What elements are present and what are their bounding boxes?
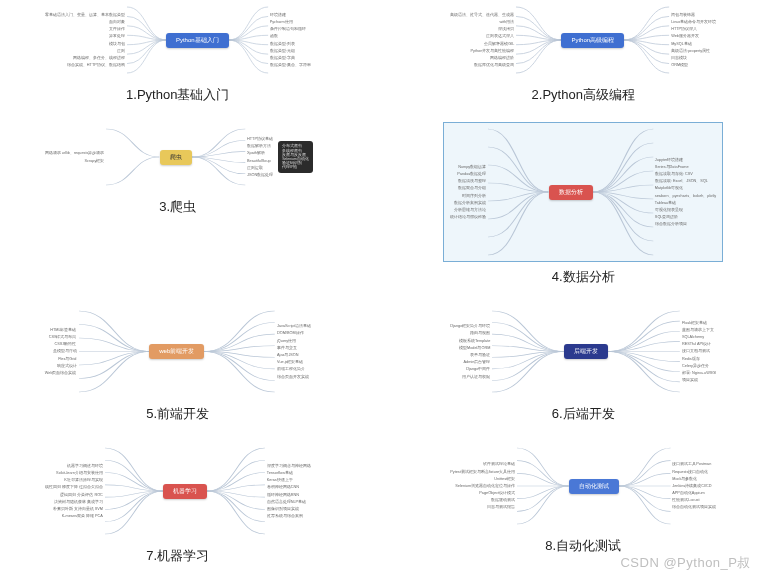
central-topic: 爬虫 — [160, 150, 192, 165]
branch-node: 朴素贝叶斯 支持向量机 SVM — [43, 506, 105, 511]
right-branch-group: Flask框架基础蓝图与请求上下文SQLAlchemyRESTful API设计… — [680, 320, 718, 383]
branch-node: 事件与交互 — [275, 345, 313, 350]
right-branch-group: HTTP协议基础数据解析方法Xpath解析BeautifulSoup正则提取JS… — [245, 136, 275, 177]
branch-node: 零基础语法入门、变量、运算、基本数据类型 — [43, 12, 127, 17]
branch-node: Unittest框架 — [448, 476, 517, 481]
branch-node: 日志与测试报告 — [448, 505, 517, 510]
central-topic: 机器学习 — [163, 484, 207, 499]
branch-node: 闭包与装饰器 — [669, 12, 718, 17]
branch-node: 正则表达式深入 — [448, 34, 516, 39]
branch-node: 数据分析案例实战 — [448, 200, 488, 205]
gallery-item[interactable]: 网络请求 urllib、requests异步请求Scrapy框架爬虫HTTP协议… — [20, 122, 336, 286]
branch-node: Keras快速上手 — [265, 478, 313, 483]
connector-lines — [624, 4, 669, 76]
branch-node: Scikit-learn介绍与安装使用 — [43, 470, 105, 475]
branch-node: 正则 — [43, 48, 127, 53]
branch-node: Series与DataFrame — [653, 164, 718, 169]
thumbnail-caption: 6.后端开发 — [552, 405, 615, 423]
branch-node: Redis缓存 — [680, 356, 718, 361]
branch-node: 模块与包 — [43, 41, 127, 46]
branch-node: Numpy数组运算 — [448, 164, 488, 169]
left-branch-group: Numpy数组运算Pandas数据处理数据清洗与整理数据聚合与分组时间序列分析数… — [448, 164, 488, 219]
branch-node: seaborn、pyecharts、bokeh、plotly — [653, 193, 718, 198]
branch-node: K-means聚类 降维 PCA — [43, 514, 105, 519]
mindmap-thumbnail[interactable]: HTML标签基础CSS样式与布局CSS3新特性盒模型与浮动Flex与Grid响应… — [38, 304, 318, 399]
branch-node: SQL查询进阶 — [653, 215, 718, 220]
branch-node: K近邻算法原理与实现 — [43, 478, 105, 483]
right-branch-group: 环境搭建Pycharm使用条件控制语句和循环函数数据类型:列表数据类型:元组数据… — [268, 12, 313, 67]
branch-node: Admin后台管理 — [448, 360, 492, 365]
mindmap-thumbnail[interactable]: 软件测试理论基础Pytest测试框架与断言fixture夹具使用Unittest… — [443, 441, 723, 531]
branch-node: Vue.js框架基础 — [275, 360, 313, 365]
gallery-item[interactable]: Django框架简介与环境路由与视图模板系统Template模型Model与OR… — [426, 304, 742, 423]
left-branch-group: 高级语法、推导式、迭代器、生成器with用法深浅拷贝正则表达式深入全局解释器锁G… — [448, 12, 516, 67]
right-branch-group: 深度学习概念与神经网络Tensorflow基础Keras快速上手卷积神经网络CN… — [265, 463, 313, 518]
branch-node: 数据清洗与整理 — [448, 179, 488, 184]
branch-node: Pandas数据处理 — [448, 171, 488, 176]
sub-topic-box: 分布式爬虫多线程爬虫反爬与反反爬Selenium自动化验证码识别代理IP池 — [278, 141, 313, 172]
mindmap-thumbnail[interactable]: Django框架简介与环境路由与视图模板系统Template模型Model与OR… — [443, 304, 723, 399]
branch-node: 卷积神经网络CNN — [265, 485, 313, 490]
branch-node: 决策树与随机森林 集成学习 — [43, 499, 105, 504]
branch-node: 逻辑回归 分类评估 ROC — [43, 492, 105, 497]
branch-node: SQLAlchemy — [680, 335, 718, 340]
branch-node: 全局解释器锁GIL — [448, 41, 516, 46]
branch-node: 路由与视图 — [448, 331, 492, 336]
branch-node: Django中间件 — [448, 367, 492, 372]
branch-node: 函数 — [268, 34, 313, 39]
branch-node: Pycharm使用 — [268, 19, 313, 24]
branch-node: 时间序列分析 — [448, 193, 488, 198]
mindmap-thumbnail[interactable]: 高级语法、推导式、迭代器、生成器with用法深浅拷贝正则表达式深入全局解释器锁G… — [443, 0, 723, 80]
branch-node: 数据驱动测试 — [448, 498, 517, 503]
mindmap-diagram: 软件测试理论基础Pytest测试框架与断言fixture夹具使用Unittest… — [444, 442, 722, 530]
mindmap-thumbnail[interactable]: Numpy数组运算Pandas数据处理数据清洗与整理数据聚合与分组时间序列分析数… — [443, 122, 723, 262]
central-topic: 数据分析 — [549, 185, 593, 200]
gallery-item[interactable]: HTML标签基础CSS样式与布局CSS3新特性盒模型与浮动Flex与Grid响应… — [20, 304, 336, 423]
central-topic: Python高级编程 — [561, 33, 624, 48]
connector-lines — [105, 445, 163, 537]
branch-node: HTTP协议深入 — [669, 27, 718, 32]
branch-node: HTML标签基础 — [43, 327, 79, 332]
branch-node: 网络编程进阶 — [448, 55, 516, 60]
branch-node: Django框架简介与环境 — [448, 324, 492, 329]
branch-node: 深浅拷贝 — [448, 27, 516, 32]
gallery-item[interactable]: 零基础语法入门、变量、运算、基本数据类型面向对象文件操作异常处理模块与包正则网络… — [20, 0, 336, 104]
thumbnail-caption: 1.Python基础入门 — [126, 86, 229, 104]
gallery-item[interactable]: Numpy数组运算Pandas数据处理数据清洗与整理数据聚合与分组时间序列分析数… — [426, 122, 742, 286]
branch-node: Matplotlib可视化 — [653, 186, 718, 191]
central-topic: Python基础入门 — [166, 33, 229, 48]
connector-lines — [207, 445, 265, 537]
branch-node: 蓝图与请求上下文 — [680, 327, 718, 332]
mindmap-diagram: 机器学习概述与环境Scikit-learn介绍与安装使用K近邻算法原理与实现线性… — [39, 442, 317, 540]
mindmap-thumbnail[interactable]: 机器学习概述与环境Scikit-learn介绍与安装使用K近邻算法原理与实现线性… — [38, 441, 318, 541]
sub-topic-line: 代理IP池 — [282, 165, 309, 169]
thumbnail-caption: 2.Python高级编程 — [532, 86, 635, 104]
branch-node: 统计结论与假设检验 — [448, 215, 488, 220]
mindmap-diagram: 零基础语法入门、变量、运算、基本数据类型面向对象文件操作异常处理模块与包正则网络… — [39, 1, 317, 79]
branch-node: 数据类型:列表 — [268, 41, 313, 46]
right-branch-group: 闭包与装饰器Linux基础命令与开发环境HTTP协议深入Web服务器开发MySQ… — [669, 12, 718, 67]
branch-node: BeautifulSoup — [245, 158, 275, 163]
mindmap-thumbnail[interactable]: 网络请求 urllib、requests异步请求Scrapy框架爬虫HTTP协议… — [38, 122, 318, 192]
branch-node: CSS样式与布局 — [43, 335, 79, 340]
branch-node: 软件测试理论基础 — [448, 462, 517, 467]
thumbnail-caption: 7.机器学习 — [146, 547, 209, 565]
branch-node: 网络编程、多任务、线程进程 — [43, 55, 127, 60]
connector-lines — [516, 4, 561, 76]
gallery-item[interactable]: 软件测试理论基础Pytest测试框架与断言fixture夹具使用Unittest… — [426, 441, 742, 565]
gallery-item[interactable]: 机器学习概述与环境Scikit-learn介绍与安装使用K近邻算法原理与实现线性… — [20, 441, 336, 565]
branch-node: 数据解析方法 — [245, 144, 275, 149]
mindmap-thumbnail[interactable]: 零基础语法入门、变量、运算、基本数据类型面向对象文件操作异常处理模块与包正则网络… — [38, 0, 318, 80]
branch-node: Celery异步任务 — [680, 363, 718, 368]
connector-lines — [492, 308, 564, 395]
branch-node: 接口文档与测试 — [680, 349, 718, 354]
branch-node: 高级语法、推导式、迭代器、生成器 — [448, 12, 516, 17]
branch-node: 数据读取与存储: CSV — [653, 171, 718, 176]
branch-node: HTTP协议基础 — [245, 136, 275, 141]
branch-node: 项目实战 — [680, 378, 718, 383]
branch-node: CSS3新特性 — [43, 342, 79, 347]
mindmap-diagram: Django框架简介与环境路由与视图模板系统Template模型Model与OR… — [444, 305, 722, 398]
connector-lines — [79, 308, 150, 395]
gallery-item[interactable]: 高级语法、推导式、迭代器、生成器with用法深浅拷贝正则表达式深入全局解释器锁G… — [426, 0, 742, 104]
branch-node: 前端工程化简介 — [275, 367, 313, 372]
